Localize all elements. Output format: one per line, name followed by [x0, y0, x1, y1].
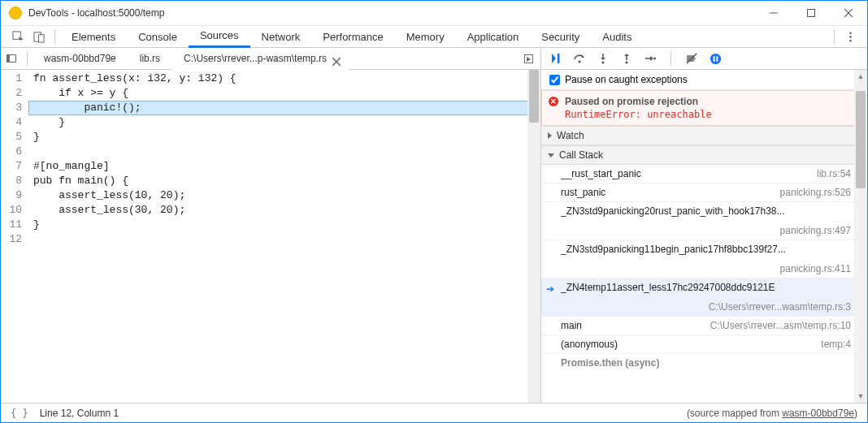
svg-point-5	[849, 36, 851, 37]
frame-function: _ZN4temp11assert_less17hc29247008ddc9121…	[561, 282, 851, 293]
code-line[interactable]	[33, 232, 540, 247]
line-number[interactable]: 8	[1, 174, 22, 188]
close-window-button[interactable]	[830, 1, 867, 26]
frame-function: __rust_start_panic	[561, 168, 641, 179]
scroll-up-icon[interactable]: ▲	[854, 70, 867, 83]
scrollbar-thumb[interactable]	[529, 70, 539, 123]
deactivate-breakpoints-button[interactable]	[684, 50, 700, 67]
tab-console[interactable]: Console	[127, 26, 189, 48]
navigator-toggle-button[interactable]	[1, 48, 22, 69]
scroll-down-icon[interactable]: ▼	[854, 390, 867, 403]
maximize-icon	[807, 9, 815, 17]
line-number[interactable]: 12	[1, 232, 22, 247]
frame-location[interactable]: lib.rs:54	[817, 168, 851, 179]
pause-on-exceptions-button[interactable]	[707, 50, 723, 67]
watch-section-header[interactable]: Watch	[541, 126, 867, 145]
file-tab-temprs[interactable]: C:\Users\rrever...p-wasm\temp.rs	[172, 48, 349, 70]
line-number[interactable]: 11	[1, 218, 22, 232]
line-number[interactable]: 2	[1, 86, 22, 101]
app-icon	[9, 6, 22, 19]
tab-application[interactable]: Application	[456, 26, 531, 48]
tab-security[interactable]: Security	[530, 26, 591, 48]
line-number[interactable]: 1	[1, 71, 22, 86]
maximize-button[interactable]	[792, 1, 830, 26]
pause-on-caught-row[interactable]: Pause on caught exceptions	[541, 70, 867, 90]
more-options-button[interactable]	[840, 26, 861, 47]
minimize-button[interactable]	[755, 1, 792, 26]
tab-performance[interactable]: Performance	[311, 26, 394, 48]
step-over-button[interactable]	[571, 50, 588, 67]
callstack-frame-current[interactable]: ➔ _ZN4temp11assert_less17hc29247008ddc91…	[541, 278, 867, 317]
pause-on-caught-checkbox[interactable]	[549, 75, 560, 85]
line-number[interactable]: 10	[1, 203, 22, 218]
line-number[interactable]: 4	[1, 115, 22, 130]
code-line[interactable]: pub fn main() {	[33, 174, 540, 188]
editor-pane: 1 2 3 4 5 6 7 8 9 10 11 12 fn assert_les…	[1, 70, 541, 403]
svg-rect-7	[558, 54, 560, 63]
cursor-position: Line 12, Column 1	[40, 408, 119, 419]
callstack-frame[interactable]: _ZN3std9panicking20rust_panic_with_hook1…	[541, 202, 867, 240]
minimize-icon	[770, 9, 778, 17]
line-number[interactable]: 3	[1, 101, 22, 115]
tab-memory[interactable]: Memory	[395, 26, 456, 48]
scrollbar-thumb[interactable]	[856, 91, 866, 188]
more-tabs-button[interactable]	[519, 50, 537, 67]
svg-point-9	[601, 61, 604, 63]
svg-rect-13	[713, 56, 714, 62]
code-line[interactable]	[33, 145, 540, 159]
source-map-link[interactable]: wasm-00bbd79e	[782, 408, 854, 419]
code-line[interactable]: }	[33, 218, 540, 232]
code-line[interactable]: if x >= y {	[33, 86, 540, 101]
title-bar: DevTools - localhost:5000/temp	[1, 1, 867, 26]
callstack-frame[interactable]: rust_panic panicking.rs:526	[541, 183, 867, 202]
file-tab-librs[interactable]: lib.rs	[128, 48, 172, 70]
frame-location[interactable]: panicking.rs:497	[561, 225, 851, 236]
tab-network[interactable]: Network	[250, 26, 312, 48]
file-tab-wasm[interactable]: wasm-00bbd79e	[33, 48, 128, 70]
current-frame-icon: ➔	[546, 283, 554, 295]
step-out-button[interactable]	[618, 50, 635, 67]
tab-audits[interactable]: Audits	[591, 26, 643, 48]
tab-sources[interactable]: Sources	[189, 26, 250, 48]
callstack-frame[interactable]: (anonymous) temp:4	[541, 335, 867, 354]
code-line[interactable]: #[no_mangle]	[33, 159, 540, 174]
code-line-current[interactable]: panic!();	[28, 101, 540, 115]
frame-location[interactable]: panicking.rs:411	[561, 263, 851, 274]
line-number[interactable]: 6	[1, 145, 22, 159]
editor-scrollbar[interactable]	[527, 70, 540, 403]
callstack-frame[interactable]: __rust_start_panic lib.rs:54	[541, 165, 867, 183]
code-line[interactable]: fn assert_less(x: i32, y: i32) {	[33, 71, 540, 86]
code-column[interactable]: fn assert_less(x: i32, y: i32) { if x >=…	[28, 70, 540, 403]
svg-point-10	[625, 61, 627, 63]
code-line[interactable]: }	[33, 115, 540, 130]
pretty-print-button[interactable]: { }	[11, 408, 28, 419]
step-button[interactable]	[642, 50, 658, 67]
svg-point-4	[849, 32, 851, 33]
line-number[interactable]: 5	[1, 130, 22, 145]
code-editor[interactable]: 1 2 3 4 5 6 7 8 9 10 11 12 fn assert_les…	[1, 70, 540, 403]
frame-location[interactable]: C:\Users\rrever...asm\temp.rs:10	[710, 320, 851, 331]
line-number[interactable]: 7	[1, 159, 22, 174]
debugger-content: Pause on caught exceptions ✕ Paused on p…	[541, 70, 867, 403]
pause-exceptions-icon	[710, 53, 722, 65]
kebab-icon	[844, 31, 857, 43]
resume-button[interactable]	[548, 50, 564, 67]
step-into-button[interactable]	[595, 50, 611, 67]
tab-elements[interactable]: Elements	[60, 26, 127, 48]
frame-location[interactable]: C:\Users\rrever...wasm\temp.rs:3	[561, 301, 851, 313]
device-toolbar-button[interactable]	[28, 26, 50, 47]
callstack-section-header[interactable]: Call Stack	[541, 145, 867, 165]
callstack-frame[interactable]: _ZN3std9panicking11begin_panic17hf8bbc13…	[541, 240, 867, 278]
callstack-frame[interactable]: main C:\Users\rrever...asm\temp.rs:10	[541, 317, 867, 335]
frame-location[interactable]: temp:4	[821, 339, 851, 350]
line-gutter[interactable]: 1 2 3 4 5 6 7 8 9 10 11 12	[1, 70, 28, 403]
debugger-scrollbar[interactable]: ▲ ▼	[854, 70, 867, 403]
code-line[interactable]: assert_less(10, 20);	[33, 188, 540, 203]
inspect-element-button[interactable]	[7, 26, 28, 47]
line-number[interactable]: 9	[1, 188, 22, 203]
code-line[interactable]: assert_less(30, 20);	[33, 203, 540, 218]
async-boundary-label: Promise.then (async)	[541, 354, 867, 372]
frame-location[interactable]: panicking.rs:526	[780, 187, 851, 198]
code-line[interactable]: }	[33, 130, 540, 145]
close-tab-button[interactable]	[332, 53, 341, 63]
